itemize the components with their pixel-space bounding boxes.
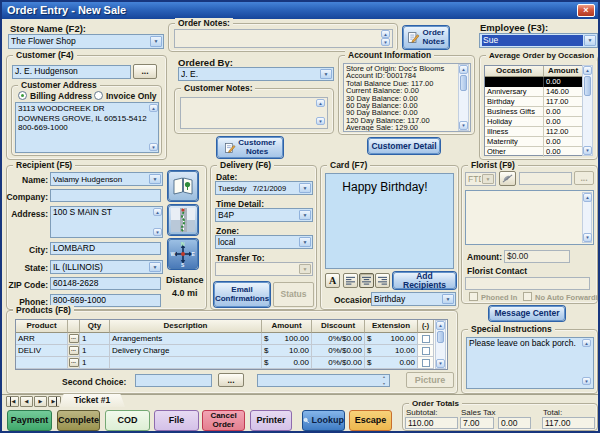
tab-nav-first-button[interactable]: ◀ [6,396,19,407]
payment-button[interactable]: Payment [7,410,52,431]
special-instructions-scrollbar[interactable]: ▲ ▼ [582,339,591,385]
account-info-list[interactable]: Store of Origin: Doc's Blooms Account ID… [343,63,471,132]
scroll-up-icon[interactable]: ▲ [583,66,592,75]
order-notes-button[interactable]: OrderNotes [403,26,449,49]
discount-header[interactable]: Discount [312,320,365,333]
discount-cell[interactable]: 0%/$0.00 [312,357,365,369]
printer-button[interactable]: Printer [250,410,292,431]
scroll-down-icon[interactable]: ▼ [153,228,162,236]
second-choice-browse-button[interactable]: ... [218,373,244,387]
zone-select[interactable]: local ▼ [215,235,313,249]
amount-cell[interactable]: $10.00 [262,345,312,357]
row-delete-checkbox[interactable] [422,347,430,355]
align-center-button[interactable] [359,273,374,288]
row-browse-button[interactable]: ... [69,334,79,343]
occasion-row[interactable]: Maternity 0.00 [485,137,583,147]
description-cell[interactable] [110,357,262,369]
spin-down-icon[interactable]: ▼ [380,382,388,386]
account-info-scrollbar[interactable]: ▲ ▼ [458,64,469,131]
order-notes-textarea[interactable] [174,29,393,48]
product-row[interactable]: ... 1 $0.00 0%/$0.00 $0.00 [16,357,447,369]
occasion-row[interactable]: Birthday 117.00 [485,97,583,107]
occasion-table[interactable]: Occasion Amount 0.00 Anniversary 146.00 … [484,65,584,156]
cod-button[interactable]: COD [105,410,150,431]
scrollbar-thumb[interactable] [584,76,591,96]
scrollbar-thumb[interactable] [460,75,467,91]
amount-field[interactable]: $0.00 [504,250,570,263]
discount-cell[interactable]: 0%/$0.00 [312,333,365,345]
align-left-button[interactable] [343,273,358,288]
extension-cell[interactable]: $0.00 [365,357,418,369]
products-scrollbar[interactable]: ▲ ▼ [435,320,446,369]
qty-cell[interactable]: 1 [80,333,110,345]
map-route-button[interactable] [168,205,198,235]
scroll-up-icon[interactable]: ▲ [459,65,468,74]
chevron-down-icon[interactable]: ▼ [442,294,454,304]
scroll-down-icon[interactable]: ▼ [583,146,592,155]
scrollbar-thumb[interactable] [437,331,444,343]
scroll-down-icon[interactable]: ▼ [459,121,468,130]
second-choice-spinner[interactable]: ▲ ▼ [380,375,388,386]
second-choice-alt-field[interactable] [257,374,390,387]
occasion-select[interactable]: Birthday ▼ [371,292,456,306]
delete-col-header[interactable]: (-) [418,320,434,333]
tab-nav-next-button[interactable]: ▶ [34,396,47,407]
scroll-down-icon[interactable]: ▼ [381,38,390,46]
employee-select[interactable]: Sue ▼ [479,33,598,48]
chevron-down-icon[interactable]: ▼ [584,35,596,46]
tab-nav-prev-button[interactable]: ◀ [20,396,33,407]
message-center-button[interactable]: Message Center [489,306,565,321]
invoice-only-radio[interactable] [94,91,103,100]
occasion-row[interactable]: Business Gifts 0.00 [485,107,583,117]
tab-ticket-1[interactable]: Ticket #1 [59,394,125,407]
customer-notes-textarea[interactable] [180,97,328,129]
occasion-row-selected[interactable]: 0.00 [485,77,583,87]
file-button[interactable]: File [154,410,199,431]
chevron-down-icon[interactable]: ▼ [149,262,161,272]
chevron-down-icon[interactable]: ▼ [149,174,161,184]
florist-contact-field[interactable] [465,277,590,290]
escape-button[interactable]: Escape [349,410,392,431]
browse-col-header[interactable] [68,320,80,333]
lookup-button[interactable]: Lookup [302,410,345,431]
font-button[interactable]: A [325,273,340,288]
customer-detail-button[interactable]: Customer Detail [368,138,440,154]
chevron-down-icon[interactable]: ▼ [320,69,332,79]
scroll-up-icon[interactable]: ▲ [381,30,390,38]
recipient-address-scrollbar[interactable]: ▲ ▼ [153,208,162,236]
extension-cell[interactable]: $10.00 [365,345,418,357]
customer-browse-button[interactable]: ... [133,64,157,79]
scroll-up-icon[interactable]: ▲ [149,104,158,112]
product-code-cell[interactable] [16,357,68,369]
spin-up-icon[interactable]: ▲ [380,375,388,379]
description-cell[interactable]: Delivery Charge [110,345,262,357]
billing-address-radio[interactable] [18,91,27,100]
occasion-row[interactable]: Anniversary 146.00 [485,87,583,97]
customer-name-field[interactable]: J. E. Hudgenson [12,65,131,79]
scroll-up-icon[interactable]: ▲ [436,321,445,330]
chevron-down-icon[interactable]: ▼ [299,237,311,247]
time-detail-select[interactable]: B4P ▼ [215,208,313,222]
address-book-button[interactable] [168,171,198,201]
qty-cell[interactable]: 1 [80,345,110,357]
amount-header[interactable]: Amount [262,320,312,333]
qty-header[interactable]: Qty [80,320,110,333]
recipient-zip-field[interactable]: 60148-2628 [50,277,161,290]
complete-button[interactable]: Complete [57,410,100,431]
product-code-cell[interactable]: DELIV [16,345,68,357]
description-header[interactable]: Description [110,320,262,333]
email-confirmations-button[interactable]: EmailConfirmations [214,282,270,307]
customer-address-scrollbar[interactable]: ▲ ▼ [149,104,158,151]
scroll-down-icon[interactable]: ▼ [436,359,445,368]
row-delete-checkbox[interactable] [422,359,430,367]
row-browse-button[interactable]: ... [69,346,79,355]
recipient-name-select[interactable]: Valamy Hudgenson ▼ [50,172,163,186]
amount-cell[interactable]: $0.00 [262,357,312,369]
tab-nav-last-button[interactable]: ▶ [48,396,61,407]
card-message-textarea[interactable]: Happy Birthday! [325,173,454,269]
recipient-address-textarea[interactable]: 100 S MAIN ST [50,206,163,238]
customer-notes-scrollbar[interactable]: ▲ ▼ [316,99,325,125]
row-browse-button[interactable]: ... [69,358,79,367]
delivery-date-select[interactable]: Tuesday 7/21/2009 ▼ [215,181,313,195]
chevron-down-icon[interactable]: ▼ [150,36,162,47]
